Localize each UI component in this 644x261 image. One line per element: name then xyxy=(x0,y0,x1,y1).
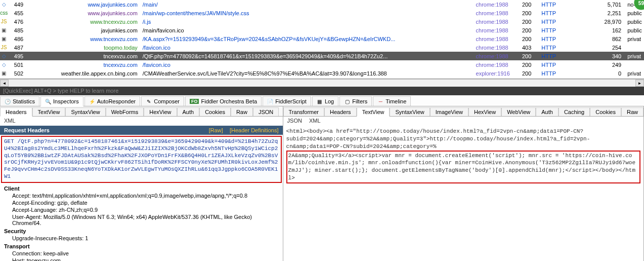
session-url: /main/favicon.ico xyxy=(141,27,476,33)
req-tab-textview[interactable]: TextView xyxy=(32,107,66,116)
session-id: 501 xyxy=(8,62,26,68)
resp-tab-textview[interactable]: TextView xyxy=(357,107,390,117)
session-row[interactable]: ▣486www.tncexvzu.com/KA.aspx?r=151929394… xyxy=(0,34,644,43)
session-client: chrome:1988 xyxy=(476,2,512,8)
req-tab-hexview[interactable]: HexView xyxy=(144,107,177,116)
session-client: chrome:1988 xyxy=(476,10,512,16)
tab-fiddlerscript[interactable]: 📄FiddlerScript xyxy=(263,96,311,106)
resp-tab-xml[interactable]: XML xyxy=(309,118,321,125)
session-type-icon: JS xyxy=(0,19,8,24)
header-item[interactable]: Accept-Encoding: gzip, deflate xyxy=(0,199,283,206)
header-item[interactable]: Accept-Language: zh-CN,zh;q=0.9 xyxy=(0,206,283,213)
lightning-icon: ⚡ xyxy=(89,98,95,104)
session-size: 28,970 xyxy=(600,19,624,25)
session-size: 249 xyxy=(600,62,624,68)
scroll-left-arrow[interactable]: ◄ xyxy=(0,80,9,87)
tab-statistics[interactable]: 🕑Statistics xyxy=(0,96,39,106)
resp-tab-json[interactable]: JSON xyxy=(287,118,302,125)
magnifier-icon: 🔍 xyxy=(45,98,51,104)
clock-icon: 🕑 xyxy=(5,98,11,104)
header-defs-link[interactable]: [Header Definitions] xyxy=(230,127,279,133)
resp-tab-webview[interactable]: WebView xyxy=(501,107,536,116)
header-item[interactable]: User-Agent: Mozilla/5.0 (Windows NT 6.3;… xyxy=(0,213,283,227)
session-row[interactable]: JS476www.tncexvzu.com/i.jschrome:1988200… xyxy=(0,17,644,26)
tab-autoresponder[interactable]: ⚡AutoResponder xyxy=(84,96,140,106)
req-tab-syntaxview[interactable]: SyntaxView xyxy=(65,107,105,116)
resp-tab-caching[interactable]: Caching xyxy=(559,107,590,116)
session-client: chrome:1988 xyxy=(476,53,512,59)
headers-title: Request Headers xyxy=(4,127,50,133)
resp-tab-syntaxview[interactable]: SyntaxView xyxy=(390,107,430,116)
session-url: /favicon.ico xyxy=(141,45,476,51)
tab-orchestra[interactable]: FOFiddler Orchestra Beta xyxy=(185,96,262,106)
request-headers-bar: Request Headers [Raw] [Header Definition… xyxy=(0,126,283,135)
scroll-right-arrow[interactable]: ► xyxy=(635,80,644,87)
req-tab-json[interactable]: JSON xyxy=(253,107,279,116)
tab-log[interactable]: ▦Log xyxy=(312,96,338,106)
header-item[interactable]: Upgrade-Insecure-Requests: 1 xyxy=(0,235,283,242)
sessions-grid[interactable]: ◇449www.javjunkies.com/main/chrome:19882… xyxy=(0,0,644,79)
session-id: 449 xyxy=(8,2,26,8)
req-tab-raw[interactable]: Raw xyxy=(231,107,253,116)
session-host: www.tncexvzu.com xyxy=(26,36,141,42)
header-item[interactable]: Accept: text/html,application/xhtml+xml,… xyxy=(0,192,283,199)
req-tab-webforms[interactable]: WebForms xyxy=(106,107,144,116)
raw-link[interactable]: [Raw] xyxy=(209,127,223,133)
req-tab-cookies[interactable]: Cookies xyxy=(199,107,231,116)
security-section: Security xyxy=(0,227,283,235)
session-type-icon: css xyxy=(0,10,8,16)
session-row[interactable]: JS487toopmo.today/favicon.icochrome:1988… xyxy=(0,43,644,52)
session-row[interactable]: ▣485javjunkies.com/main/favicon.icochrom… xyxy=(0,26,644,34)
session-size: 162 xyxy=(600,27,624,33)
session-host: tncexvzu.com xyxy=(26,53,141,59)
resp-tab-transformer[interactable]: Transformer xyxy=(283,107,325,116)
session-status: 200 xyxy=(512,70,542,77)
header-item[interactable]: Connection: keep-alive xyxy=(0,250,283,257)
horizontal-scrollbar[interactable]: ◄ ► xyxy=(0,79,644,87)
resp-tab-imageview[interactable]: ImageView xyxy=(430,107,468,116)
session-host: weather.tile.appex.cn.bing.com xyxy=(26,70,141,77)
response-text[interactable]: <html><body><a href="http://toopmo.today… xyxy=(283,126,643,185)
session-url: /i.js xyxy=(141,19,476,25)
tab-composer[interactable]: ✎Composer xyxy=(141,96,184,106)
client-section: Client xyxy=(0,184,283,192)
response-highlight-box: 2A&amp;Quality=3</a><script>var mnr = do… xyxy=(286,151,640,183)
session-protocol: HTTP xyxy=(541,27,600,33)
req-tab-auth[interactable]: Auth xyxy=(177,107,200,116)
tab-timeline[interactable]: ─Timeline xyxy=(373,96,411,106)
tab-inspectors[interactable]: 🔍Inspectors xyxy=(40,96,83,106)
session-cache: public xyxy=(624,19,644,25)
session-host: www.tncexvzu.com xyxy=(26,19,141,25)
session-row[interactable]: css455www.javjunkies.com/main/wp-content… xyxy=(0,9,644,17)
req-tab-xml[interactable]: XML xyxy=(4,118,16,125)
request-line-box[interactable]: GET /QtF.php?n=4778092&c=1458187461&x=15… xyxy=(1,136,282,183)
session-row[interactable]: ◇495tncexvzu.com/QtF.php?n=4778092&c=145… xyxy=(0,52,644,60)
resp-tab-hexview[interactable]: HexView xyxy=(468,107,501,116)
resp-tab-raw[interactable]: Raw xyxy=(621,107,643,116)
session-protocol: HTTP xyxy=(541,36,600,42)
resp-tab-cookies[interactable]: Cookies xyxy=(590,107,621,116)
session-status: 200 xyxy=(512,62,542,68)
resp-tab-auth[interactable]: Auth xyxy=(536,107,559,116)
session-type-icon: ◇ xyxy=(0,62,8,67)
session-type-icon: JS xyxy=(0,45,8,50)
session-type-icon: ▣ xyxy=(0,36,8,42)
tab-filters[interactable]: ▢Filters xyxy=(339,96,372,106)
resp-tab-headers[interactable]: Headers xyxy=(324,107,357,116)
req-tab-headers[interactable]: Headers xyxy=(0,107,32,117)
session-status: 200 xyxy=(512,2,542,8)
session-protocol: HTTP xyxy=(541,62,600,68)
session-status: 200 xyxy=(512,27,542,33)
session-row[interactable]: ◇501tncexvzu.com/favicon.icochrome:19882… xyxy=(0,60,644,69)
session-client: chrome:1988 xyxy=(476,27,512,33)
quickexec-bar[interactable]: [QuickExec] ALT+Q > type HELP to learn m… xyxy=(0,87,644,95)
session-row[interactable]: ▣502weather.tile.appex.cn.bing.com/CMAWe… xyxy=(0,69,644,78)
header-item[interactable]: Host: tncexvzu.com xyxy=(0,257,283,262)
session-client: chrome:1988 xyxy=(476,19,512,25)
session-row[interactable]: ◇449www.javjunkies.com/main/chrome:19882… xyxy=(0,0,644,9)
session-cache: privat xyxy=(624,70,644,77)
main-tabs: 🕑Statistics 🔍Inspectors ⚡AutoResponder ✎… xyxy=(0,95,644,106)
session-protocol: HTTP xyxy=(541,10,600,16)
session-id: 476 xyxy=(8,19,26,25)
response-pre-text: <html><body><a href="http://toopmo.today… xyxy=(286,128,590,150)
